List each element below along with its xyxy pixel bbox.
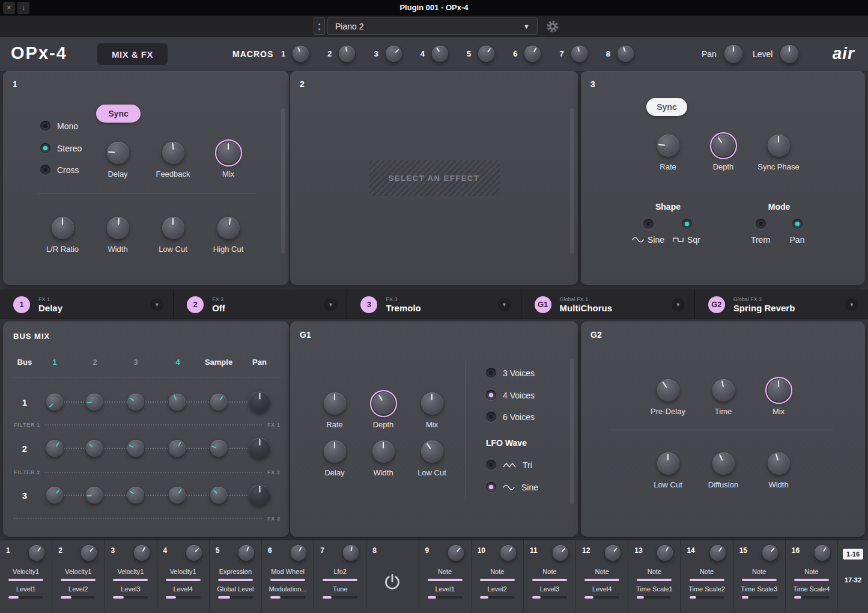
page-tab-17-32[interactable]: 17-32 [845, 576, 861, 584]
preset-selector[interactable]: Piano 2 ▼ [327, 17, 538, 35]
fx3-sync-phase-knob[interactable] [768, 135, 790, 157]
fx1-low-cut-knob[interactable] [162, 217, 184, 239]
macro-6-assign-knob[interactable] [291, 545, 306, 561]
macro-11-assign-knob[interactable] [553, 545, 568, 561]
fx-rack-slot-g1[interactable]: G1 Global FX 1MultiChorus ▾ [521, 290, 695, 319]
stepper-up-icon[interactable]: ▴ [318, 21, 321, 26]
g2-pre-delay-knob[interactable] [657, 379, 679, 401]
bus2-send1-knob[interactable] [46, 440, 63, 457]
fx1-mode-stereo-radio[interactable]: Stereo [40, 143, 82, 153]
pan-knob[interactable] [724, 45, 742, 63]
stepper-down-icon[interactable]: ▾ [318, 26, 321, 32]
macro-2-assign-knob[interactable] [81, 545, 97, 561]
chevron-down-icon[interactable]: ▾ [150, 298, 163, 311]
fx1-width-knob[interactable] [107, 217, 129, 239]
preset-stepper[interactable]: ▴ ▾ [314, 17, 325, 35]
macro-4-assign-knob[interactable] [186, 545, 202, 561]
g1-width-knob[interactable] [372, 441, 395, 463]
chevron-down-icon[interactable]: ▾ [672, 298, 685, 311]
fx1-mode-mono-radio[interactable]: Mono [40, 121, 78, 131]
macro-7-assign-knob[interactable] [343, 545, 359, 561]
macro-14-assign-knob[interactable] [710, 545, 726, 561]
macro-12-assign-knob[interactable] [605, 545, 621, 561]
fx-rack-slot-3[interactable]: 3 FX 3Tremolo ▾ [347, 290, 521, 319]
bus1-sample-knob[interactable] [210, 394, 227, 410]
bus2-send3-knob[interactable] [127, 440, 144, 457]
g1-mix-knob[interactable] [421, 392, 443, 415]
scrollbar[interactable] [570, 108, 574, 254]
macro-4-knob[interactable] [432, 46, 448, 62]
gear-icon[interactable] [546, 20, 559, 33]
macro-8-knob[interactable] [618, 46, 634, 62]
g1-voices-6-radio[interactable]: 6 Voices [486, 412, 535, 422]
level-knob[interactable] [780, 45, 798, 63]
scrollbar[interactable] [281, 108, 285, 254]
fx3-mode-pan-radio[interactable]: Pan [776, 219, 818, 245]
macro-1-assign-knob[interactable] [29, 545, 44, 561]
scrollbar[interactable] [570, 359, 574, 504]
macro-5-knob[interactable] [478, 46, 494, 62]
fx3-depth-knob[interactable] [712, 135, 735, 157]
macro-1-knob[interactable] [293, 46, 309, 62]
bus3-send3-knob[interactable] [127, 487, 144, 504]
bus2-pan-knob[interactable] [249, 438, 270, 459]
fx3-shape-sine-radio[interactable]: Sine [627, 219, 669, 245]
bus2-send2-knob[interactable] [86, 440, 103, 457]
bus2-sample-knob[interactable] [210, 440, 227, 457]
macro-16-assign-knob[interactable] [815, 545, 830, 561]
fx-rack-slot-1[interactable]: 1 FX 1Delay ▾ [0, 290, 174, 319]
fx3-shape-sqr-radio[interactable]: Sqr [666, 219, 708, 245]
chevron-down-icon[interactable]: ▾ [324, 298, 337, 311]
g1-delay-knob[interactable] [324, 441, 346, 463]
bus-col-3[interactable]: 3 [133, 358, 138, 367]
g1-voices-4-radio[interactable]: 4 Voices [486, 390, 535, 400]
fx1-mix-knob[interactable] [217, 142, 240, 164]
bus3-send4-knob[interactable] [169, 487, 186, 504]
g1-wave-sine-radio[interactable]: Sine [486, 482, 538, 492]
bus3-send1-knob[interactable] [46, 487, 63, 504]
fx1-sync-button[interactable]: Sync [96, 105, 141, 123]
download-icon[interactable]: ↓ [17, 2, 29, 14]
g1-voices-3-radio[interactable]: 3 Voices [486, 368, 535, 378]
page-tab-1-16[interactable]: 1-16 [843, 549, 863, 560]
fx3-rate-knob[interactable] [657, 135, 679, 157]
g2-low-cut-knob[interactable] [657, 453, 679, 475]
macro-7-knob[interactable] [571, 46, 587, 62]
fx1-high-cut-knob[interactable] [217, 217, 240, 239]
fx1-lr-ratio-knob[interactable] [52, 217, 74, 239]
fx1-feedback-knob[interactable] [162, 142, 184, 164]
chevron-down-icon[interactable]: ▾ [498, 298, 511, 311]
g1-rate-knob[interactable] [324, 392, 346, 415]
g1-depth-knob[interactable] [372, 392, 395, 415]
macro-6-knob[interactable] [524, 46, 541, 62]
power-button[interactable] [382, 572, 402, 593]
fx-rack-slot-g2[interactable]: G2 Global FX 2Spring Reverb ▾ [695, 290, 868, 319]
g2-diffusion-knob[interactable] [712, 453, 735, 475]
g2-time-knob[interactable] [712, 379, 735, 401]
bus1-send4-knob[interactable] [169, 394, 186, 410]
macro-15-assign-knob[interactable] [762, 545, 778, 561]
g1-wave-tri-radio[interactable]: Tri [486, 460, 532, 470]
bus3-send2-knob[interactable] [86, 487, 103, 504]
bus-col-2[interactable]: 2 [93, 358, 97, 367]
g2-mix-knob[interactable] [768, 379, 790, 401]
bus1-send1-knob[interactable] [46, 394, 63, 410]
fx3-mode-trem-radio[interactable]: Trem [739, 219, 782, 245]
bus1-send2-knob[interactable] [86, 394, 103, 410]
bus2-send4-knob[interactable] [169, 440, 186, 457]
g1-low-cut-knob[interactable] [421, 441, 443, 463]
bus1-pan-knob[interactable] [249, 392, 270, 413]
bus-col-1[interactable]: 1 [52, 358, 56, 367]
macro-2-knob[interactable] [339, 46, 355, 62]
fx3-sync-button[interactable]: Sync [646, 98, 687, 116]
bus1-send3-knob[interactable] [127, 394, 144, 410]
macro-3-assign-knob[interactable] [134, 545, 150, 561]
fx1-mode-cross-radio[interactable]: Cross [40, 165, 79, 175]
bus3-pan-knob[interactable] [249, 485, 270, 506]
chevron-down-icon[interactable]: ▾ [845, 298, 858, 311]
g2-width-knob[interactable] [768, 453, 790, 475]
close-icon[interactable]: × [3, 2, 15, 14]
macro-13-assign-knob[interactable] [657, 545, 673, 561]
select-effect-button[interactable]: SELECT AN EFFECT [369, 160, 500, 196]
bus-col-4[interactable]: 4 [175, 358, 180, 367]
